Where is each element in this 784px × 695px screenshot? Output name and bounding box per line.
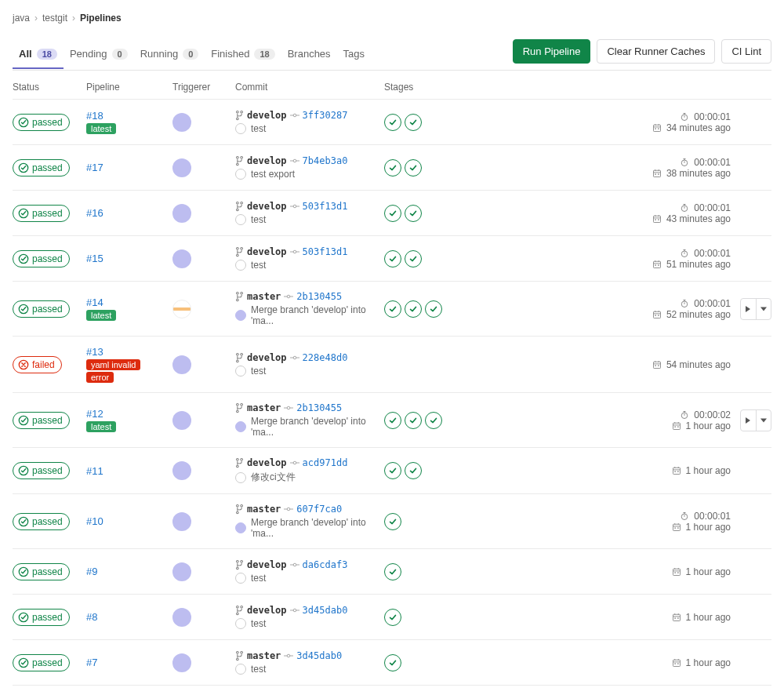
branch-name[interactable]: master [247, 650, 281, 661]
avatar[interactable] [172, 562, 191, 581]
status-badge[interactable]: failed [13, 356, 62, 373]
branch-name[interactable]: master [247, 291, 281, 302]
avatar[interactable] [172, 158, 191, 177]
avatar[interactable] [172, 355, 191, 374]
breadcrumb-group[interactable]: java [13, 13, 30, 24]
stage-icon[interactable] [405, 205, 422, 222]
status-badge[interactable]: passed [13, 300, 70, 318]
status-badge[interactable]: passed [13, 250, 70, 267]
branch-name[interactable]: develop [247, 155, 287, 166]
run-pipeline-button[interactable]: Run Pipeline [513, 39, 591, 64]
commit-message[interactable]: test [251, 214, 266, 225]
commit-sha[interactable]: 3d45dab0 [303, 605, 348, 616]
commit-message[interactable]: test [251, 573, 266, 584]
stage-icon[interactable] [384, 609, 401, 626]
status-badge[interactable]: passed [13, 609, 70, 626]
commit-sha[interactable]: 503f13d1 [303, 246, 348, 257]
stage-icon[interactable] [405, 412, 422, 429]
commit-message[interactable]: test export [251, 169, 295, 180]
pipeline-id-link[interactable]: #11 [86, 465, 172, 477]
status-badge[interactable]: passed [13, 462, 70, 479]
stage-icon[interactable] [384, 250, 401, 267]
avatar[interactable] [172, 608, 191, 627]
commit-sha[interactable]: da6cdaf3 [303, 559, 348, 570]
stage-icon[interactable] [384, 563, 401, 580]
avatar[interactable] [172, 113, 191, 132]
stage-icon[interactable] [405, 462, 422, 479]
stage-icon[interactable] [384, 654, 401, 671]
pipeline-id-link[interactable]: #17 [86, 162, 172, 173]
commit-message[interactable]: Merge branch 'develop' into 'ma... [251, 517, 384, 539]
commit-message[interactable]: test [251, 260, 266, 271]
pipeline-id-link[interactable]: #10 [86, 515, 172, 527]
tab-all[interactable]: All18 [13, 40, 64, 69]
avatar[interactable] [172, 411, 191, 430]
tab-finished[interactable]: Finished18 [205, 40, 281, 69]
branch-name[interactable]: develop [247, 457, 287, 468]
dropdown-button[interactable] [756, 410, 771, 431]
stage-icon[interactable] [384, 513, 401, 530]
pipeline-id-link[interactable]: #12 [86, 408, 172, 420]
tab-running[interactable]: Running0 [134, 40, 205, 69]
pipeline-id-link[interactable]: #18 [86, 110, 172, 122]
commit-sha[interactable]: 2b130455 [296, 291, 342, 302]
commit-message[interactable]: test [251, 366, 266, 377]
pipeline-id-link[interactable]: #13 [86, 346, 172, 358]
stage-icon[interactable] [405, 114, 422, 131]
pipeline-id-link[interactable]: #7 [86, 657, 172, 668]
avatar[interactable] [172, 461, 191, 480]
status-badge[interactable]: passed [13, 563, 70, 580]
branch-name[interactable]: master [247, 504, 281, 515]
commit-sha[interactable]: 3d45dab0 [296, 650, 342, 661]
commit-message[interactable]: test [251, 664, 266, 675]
commit-sha[interactable]: 7b4eb3a0 [303, 155, 348, 166]
avatar[interactable] [172, 249, 191, 268]
status-badge[interactable]: passed [13, 114, 70, 131]
branch-name[interactable]: develop [247, 201, 287, 212]
stage-icon[interactable] [384, 114, 401, 131]
status-badge[interactable]: passed [13, 654, 70, 671]
dropdown-button[interactable] [756, 299, 771, 319]
status-badge[interactable]: passed [13, 513, 70, 530]
branch-name[interactable]: develop [247, 559, 287, 570]
avatar[interactable] [172, 653, 191, 672]
pipeline-id-link[interactable]: #15 [86, 253, 172, 264]
stage-icon[interactable] [425, 412, 442, 429]
tab-branches[interactable]: Branches [281, 40, 337, 69]
ci-lint-button[interactable]: CI Lint [721, 39, 771, 64]
commit-message[interactable]: Merge branch 'develop' into 'ma... [251, 416, 384, 438]
status-badge[interactable]: passed [13, 159, 70, 176]
breadcrumb-project[interactable]: testgit [42, 13, 67, 24]
stage-icon[interactable] [405, 250, 422, 267]
avatar[interactable] [172, 512, 191, 531]
stage-icon[interactable] [384, 159, 401, 176]
play-button[interactable] [741, 299, 756, 319]
pipeline-id-link[interactable]: #9 [86, 566, 172, 577]
commit-sha[interactable]: acd971dd [303, 457, 348, 468]
stage-icon[interactable] [384, 462, 401, 479]
stage-icon[interactable] [384, 412, 401, 429]
commit-message[interactable]: test [251, 123, 266, 134]
branch-name[interactable]: develop [247, 110, 287, 121]
stage-icon[interactable] [425, 300, 442, 318]
tab-tags[interactable]: Tags [337, 40, 371, 69]
status-badge[interactable]: passed [13, 412, 70, 429]
stage-icon[interactable] [405, 159, 422, 176]
pipeline-id-link[interactable]: #14 [86, 297, 172, 308]
commit-message[interactable]: Merge branch 'develop' into 'ma... [251, 304, 384, 326]
clear-cache-button[interactable]: Clear Runner Caches [597, 39, 715, 64]
branch-name[interactable]: develop [247, 605, 287, 616]
avatar[interactable] [172, 204, 191, 223]
commit-sha[interactable]: 503f13d1 [303, 201, 348, 212]
branch-name[interactable]: develop [247, 246, 287, 257]
stage-icon[interactable] [384, 300, 401, 318]
commit-sha[interactable]: 228e48d0 [303, 352, 348, 363]
tab-pending[interactable]: Pending0 [64, 40, 134, 69]
commit-sha[interactable]: 607f7ca0 [296, 504, 342, 515]
avatar[interactable] [172, 300, 191, 318]
pipeline-id-link[interactable]: #16 [86, 207, 172, 219]
pipeline-id-link[interactable]: #8 [86, 611, 172, 623]
branch-name[interactable]: develop [247, 352, 287, 363]
commit-message[interactable]: 修改ci文件 [251, 471, 296, 484]
status-badge[interactable]: passed [13, 205, 70, 222]
